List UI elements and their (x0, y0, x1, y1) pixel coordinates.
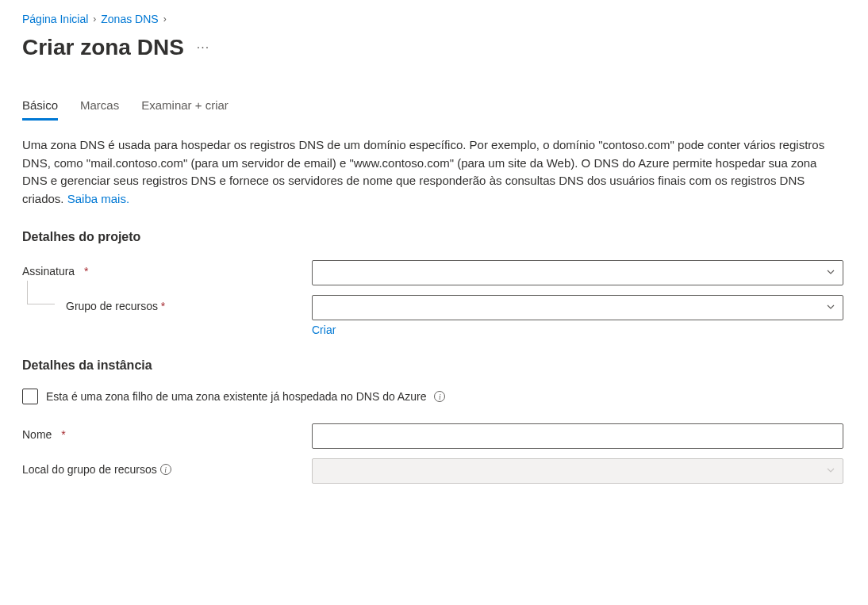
chevron-right-icon: › (163, 13, 167, 25)
project-details-heading: Detalhes do projeto (22, 230, 846, 244)
subscription-label: Assinatura * (22, 260, 312, 278)
info-icon[interactable]: i (434, 391, 445, 402)
breadcrumb: Página Inicial › Zonas DNS › (22, 13, 846, 25)
breadcrumb-dns-zones[interactable]: Zonas DNS (101, 13, 158, 25)
resource-group-label: Grupo de recursos * (66, 295, 312, 312)
child-zone-checkbox[interactable] (22, 389, 38, 404)
page-title: Criar zona DNS (22, 35, 184, 60)
rg-location-label: Local do grupo de recursos i (22, 458, 312, 476)
required-marker: * (84, 265, 88, 278)
project-details-section: Detalhes do projeto Assinatura * Grupo d… (22, 230, 846, 336)
title-row: Criar zona DNS ··· (22, 35, 846, 60)
resource-group-row: Grupo de recursos * Criar (22, 295, 846, 336)
required-marker: * (61, 428, 65, 441)
subscription-select[interactable] (312, 260, 843, 285)
tab-marcas[interactable]: Marcas (80, 98, 119, 121)
resource-group-select[interactable] (312, 295, 843, 320)
required-marker: * (161, 300, 165, 312)
rg-location-select (312, 458, 843, 484)
instance-details-section: Detalhes da instância Esta é uma zona fi… (22, 358, 846, 484)
create-resource-group-link[interactable]: Criar (312, 324, 336, 336)
name-label: Nome * (22, 423, 312, 441)
description-text: Uma zona DNS é usada para hospedar os re… (22, 136, 839, 208)
tab-examinar-criar[interactable]: Examinar + criar (141, 98, 229, 121)
chevron-right-icon: › (93, 13, 96, 25)
child-zone-checkbox-row: Esta é uma zona filho de uma zona existe… (22, 389, 846, 404)
instance-details-heading: Detalhes da instância (22, 358, 846, 373)
rg-location-row: Local do grupo de recursos i (22, 458, 846, 484)
name-input[interactable] (312, 423, 843, 449)
more-actions-icon[interactable]: ··· (197, 40, 209, 55)
breadcrumb-home[interactable]: Página Inicial (22, 13, 88, 25)
tab-list: Básico Marcas Examinar + criar (22, 98, 846, 121)
subscription-row: Assinatura * (22, 260, 846, 285)
name-row: Nome * (22, 423, 846, 449)
info-icon[interactable]: i (160, 464, 171, 475)
learn-more-link[interactable]: Saiba mais. (67, 192, 129, 205)
child-zone-checkbox-label: Esta é uma zona filho de uma zona existe… (46, 390, 426, 403)
indent-connector (27, 281, 55, 304)
tab-basico[interactable]: Básico (22, 98, 58, 121)
